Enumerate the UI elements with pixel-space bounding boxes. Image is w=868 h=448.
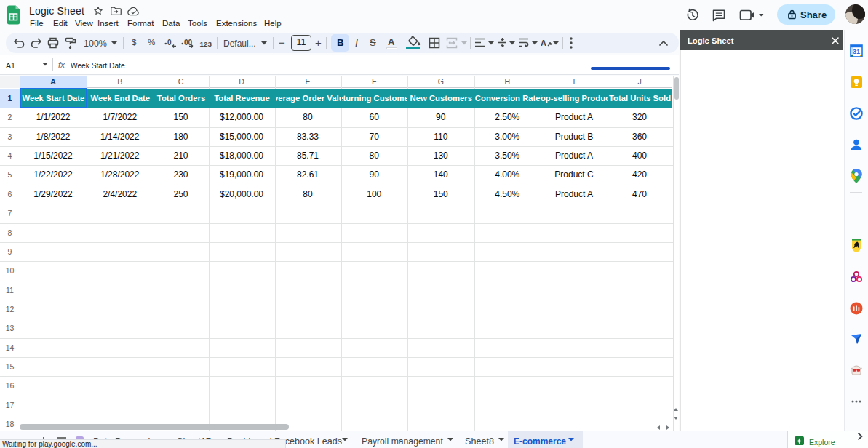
svg-text:31: 31 xyxy=(852,48,859,55)
svg-text:0: 0 xyxy=(167,39,172,47)
svg-text:A: A xyxy=(541,39,546,47)
